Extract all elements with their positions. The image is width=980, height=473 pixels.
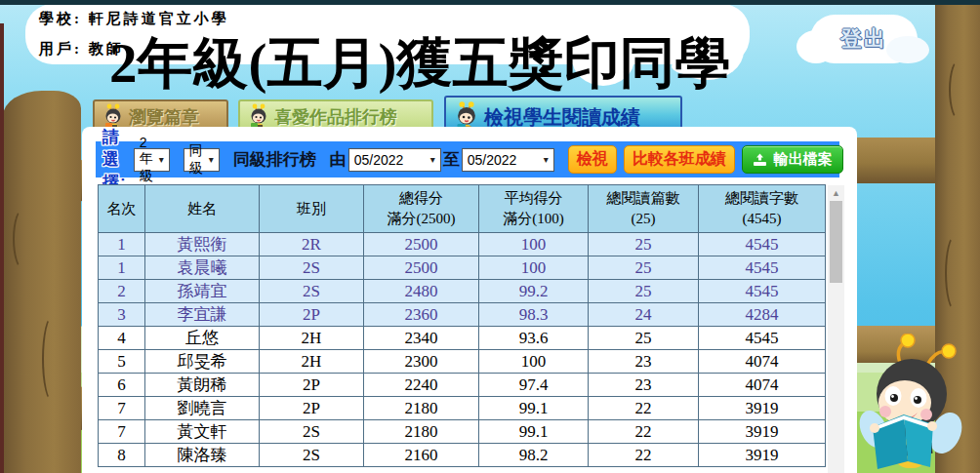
table-cell: 4 [99,327,145,350]
chevron-down-icon: ▾ [430,154,435,165]
column-header: 班別 [260,185,364,233]
table-cell: 93.6 [479,327,589,350]
table-cell: 25 [589,280,699,303]
table-cell: 4545 [699,233,826,256]
table-cell: 6 [99,374,145,397]
table-cell: 2500 [364,233,479,256]
scrollbar-thumb[interactable] [830,201,842,283]
table-cell: 4545 [699,280,826,303]
bee-mascot-reading [845,334,968,473]
column-header: 總得分滿分(2500) [364,185,479,233]
table-cell: 5 [99,350,145,374]
table-cell: 2H [260,327,364,350]
table-scrollbar[interactable]: ▲ [828,185,844,473]
column-header: 姓名 [145,185,260,233]
logout-button[interactable]: 登出 [810,15,918,63]
table-cell: 孫靖宜 [145,280,260,303]
table-row: 6黃朗稀2P224097.4234074 [99,374,826,397]
table-cell: 22 [589,397,699,420]
filter-toolbar: 請選擇: 2年級 ▾ 同級 ▾ 同級排行榜 由 05/2022 ▾ 至 05/2… [96,141,839,177]
table-row: 5邱旻希2H2300100234074 [99,350,826,374]
tab-label: 喜愛作品排行榜 [274,105,397,129]
scope-select[interactable]: 同級 ▾ [184,148,220,172]
to-month-value: 05/2022 [468,152,517,168]
table-row: 3李宜謙2P236098.3244284 [99,303,826,327]
table-cell: 99.1 [479,397,589,420]
table-cell: 98.2 [479,444,589,467]
table-cell: 8 [99,444,145,467]
logout-label: 登出 [840,24,887,54]
score-table-body: 1黃熙衡2R25001002545451袁晨曦2S25001002545452孫… [99,233,826,467]
table-row: 2孫靖宜2S248099.2254545 [99,280,826,303]
table-cell: 2160 [364,444,479,467]
wood-grain [949,59,970,121]
table-cell: 2 [99,280,145,303]
table-cell: 2S [260,280,364,303]
fence-post-left [3,91,81,473]
table-cell: 2480 [364,280,479,303]
table-cell: 2P [260,374,364,397]
table-cell: 3919 [699,444,826,467]
table-cell: 李宜謙 [145,303,260,327]
page-title: 2年級(五月)獲五獎印同學 [109,33,730,95]
table-cell: 4545 [699,327,826,350]
table-cell: 100 [479,233,589,256]
column-header: 名次 [99,185,145,233]
school-label: 學校: 軒尼詩道官立小學 [39,10,229,28]
table-cell: 7 [99,397,145,420]
chevron-down-icon: ▾ [209,154,214,165]
table-cell: 25 [589,327,699,350]
table-cell: 4545 [699,256,826,280]
from-month-select[interactable]: 05/2022 ▾ [348,148,441,172]
from-label: 由 [330,148,347,171]
table-cell: 2180 [364,420,479,444]
table-cell: 2R [260,233,364,256]
compare-classes-button[interactable]: 比較各班成績 [624,145,735,174]
table-cell: 2P [260,303,364,327]
export-icon [753,153,767,167]
table-cell: 100 [479,256,589,280]
score-table: 名次姓名班別總得分滿分(2500)平均得分滿分(100)總閱讀篇數(25)總閱讀… [98,184,826,467]
table-cell: 袁晨曦 [145,256,260,280]
scroll-up-icon[interactable]: ▲ [828,188,844,198]
table-row: 4丘悠2H234093.6254545 [99,327,826,350]
table-cell: 100 [479,350,589,374]
table-cell: 3 [99,303,145,327]
table-row: 1袁晨曦2S2500100254545 [99,256,826,280]
table-cell: 1 [99,233,145,256]
table-cell: 邱旻希 [145,350,260,374]
column-header: 總閱讀篇數(25) [589,185,699,233]
ranking-title-label: 同級排行榜 [233,148,316,171]
table-cell: 97.4 [479,374,589,397]
column-header: 總閱讀字數(4545) [699,185,826,233]
wood-grain [945,234,966,312]
table-cell: 2S [260,444,364,467]
table-cell: 2S [260,420,364,444]
wood-grain [13,208,34,270]
tab-label: 瀏覽篇章 [129,105,199,129]
table-cell: 24 [589,303,699,327]
table-cell: 3919 [699,397,826,420]
table-row: 8陳洛臻2S216098.2223919 [99,444,826,467]
table-cell: 丘悠 [145,327,260,350]
table-cell: 4074 [699,350,826,374]
table-cell: 22 [589,444,699,467]
table-cell: 1 [99,256,145,280]
export-file-button[interactable]: 輸出檔案 [742,145,843,174]
table-cell: 2360 [364,303,479,327]
to-month-select[interactable]: 05/2022 ▾ [462,148,554,172]
table-cell: 22 [589,420,699,444]
table-cell: 98.3 [479,303,589,327]
table-cell: 2S [260,256,364,280]
table-cell: 99.2 [479,280,589,303]
table-cell: 99.1 [479,420,589,444]
view-button[interactable]: 檢視 [568,145,617,174]
grade-select[interactable]: 2年級 ▾ [134,148,170,172]
left-edge-line [0,23,4,473]
table-cell: 陳洛臻 [145,444,260,467]
column-header: 平均得分滿分(100) [479,185,589,233]
table-cell: 3919 [699,420,826,444]
from-month-value: 05/2022 [354,152,404,168]
wood-grain [42,315,63,403]
table-cell: 4074 [699,374,826,397]
